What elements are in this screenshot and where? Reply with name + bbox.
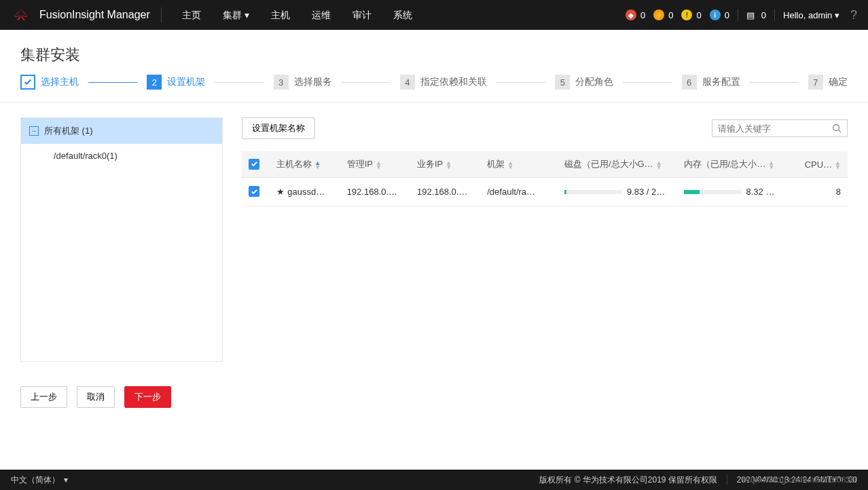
cell-disk: 9.83 / 2… (558, 178, 677, 206)
status-critical[interactable]: ◆0 (626, 10, 645, 20)
col-mgmt-ip-label: 管理IP (347, 159, 373, 169)
nav-audit[interactable]: 审计 (343, 0, 381, 30)
nav-hosts[interactable]: 主机 (261, 0, 300, 30)
step-2-num: 2 (147, 75, 162, 90)
cell-mem: 8.32 … (677, 178, 797, 206)
col-mgmt-ip[interactable]: 管理IP▲▼ (340, 151, 410, 178)
prev-button[interactable]: 上一步 (20, 386, 67, 408)
step-3-num: 3 (274, 75, 289, 90)
step-4[interactable]: 4指定依赖和关联 (400, 75, 487, 90)
chevron-down-icon: ▾ (245, 10, 249, 20)
step-7-num: 7 (808, 75, 823, 90)
col-cpu[interactable]: CPU…▲▼ (796, 151, 848, 178)
top-bar: FusionInsight Manager 主页 集群 ▾ 主机 运维 审计 系… (0, 0, 868, 30)
step-connector (88, 82, 137, 83)
sort-icon: ▲▼ (768, 161, 774, 169)
status-major-count: 0 (668, 10, 673, 20)
cell-svc-ip: 192.168.0.… (410, 178, 480, 206)
sort-icon: ▲▼ (446, 161, 452, 169)
sidebar-rack-item[interactable]: /default/rack0(1) (21, 144, 222, 168)
logo-wrap: FusionInsight Manager (11, 7, 162, 22)
status-minor-count: 0 (696, 10, 701, 20)
step-3-label: 选择服务 (294, 76, 332, 88)
nav-cluster-label: 集群 (223, 10, 242, 20)
step-6-label: 服务配置 (702, 76, 740, 88)
col-rack-label: 机架 (487, 159, 505, 169)
rack-sidebar: − 所有机架 (1) /default/rack0(1) (20, 117, 223, 362)
star-icon: ★ (276, 187, 285, 197)
step-connector (342, 82, 391, 83)
sort-icon: ▲▼ (835, 161, 841, 169)
step-6[interactable]: 6服务配置 (682, 75, 740, 90)
cell-mem-text: 8.32 … (746, 187, 775, 197)
main-panel: 设置机架名称 主机名称▲▼ 管理IP▲▼ 业务IP▲▼ 机架▲▼ 磁盘（已用/总… (242, 117, 848, 206)
step-3[interactable]: 3选择服务 (274, 75, 332, 90)
sidebar-all-racks[interactable]: − 所有机架 (1) (21, 118, 222, 144)
divider (738, 9, 738, 21)
step-connector (623, 82, 672, 83)
step-2[interactable]: 2 设置机架 (147, 75, 205, 90)
user-menu[interactable]: Hello, admin ▾ (783, 10, 839, 20)
sort-icon: ▲▼ (376, 161, 382, 169)
user-greeting: Hello, admin (783, 10, 832, 20)
nav-ops[interactable]: 运维 (302, 0, 340, 30)
product-name: FusionInsight Manager (39, 9, 150, 21)
task-count[interactable]: ▤0 (746, 10, 766, 20)
mem-usage-bar (684, 190, 741, 194)
col-mem[interactable]: 内存（已用/总大小…▲▼ (677, 151, 797, 178)
col-svc-ip[interactable]: 业务IP▲▼ (410, 151, 480, 178)
search-box[interactable] (712, 119, 848, 137)
step-connector (215, 82, 264, 83)
status-info-count: 0 (725, 10, 729, 20)
step-1[interactable]: 选择主机 (20, 75, 79, 90)
wizard-steps: 选择主机 2 设置机架 3选择服务 4指定依赖和关联 5分配角色 6服务配置 7… (0, 75, 868, 102)
col-mem-label: 内存（已用/总大小… (684, 159, 766, 169)
help-icon[interactable]: ? (850, 8, 857, 22)
step-1-check-icon (20, 75, 35, 90)
divider (774, 9, 775, 21)
cell-hostname: ★gaussd… (270, 178, 340, 206)
step-5-label: 分配角色 (575, 76, 613, 88)
step-5-num: 5 (555, 75, 570, 90)
sidebar-all-label: 所有机架 (1) (44, 125, 93, 137)
nav-system[interactable]: 系统 (384, 0, 422, 30)
nav-cluster[interactable]: 集群 ▾ (213, 0, 259, 30)
cell-mgmt-ip: 192.168.0.… (340, 178, 410, 206)
bolt-icon: ⚡ (653, 10, 664, 20)
cancel-button[interactable]: 取消 (77, 386, 115, 408)
wizard-actions: 上一步 取消 下一步 (0, 377, 868, 408)
table-row[interactable]: ★gaussd… 192.168.0.… 192.168.0.… /defaul… (242, 178, 848, 206)
col-svc-ip-label: 业务IP (417, 159, 443, 169)
status-info[interactable]: i0 (710, 10, 729, 20)
content-body: − 所有机架 (1) /default/rack0(1) 设置机架名称 主机名称… (0, 102, 868, 377)
step-7[interactable]: 7确定 (808, 75, 848, 90)
col-disk-label: 磁盘（已用/总大小G… (564, 159, 653, 169)
status-minor[interactable]: !0 (681, 10, 701, 20)
collapse-icon[interactable]: − (29, 126, 39, 136)
fire-icon: ◆ (626, 10, 636, 20)
step-5[interactable]: 5分配角色 (555, 75, 613, 90)
step-4-num: 4 (400, 75, 415, 90)
col-hostname-label: 主机名称 (276, 159, 312, 169)
nav-home[interactable]: 主页 (173, 0, 211, 30)
sort-icon: ▲▼ (656, 161, 662, 169)
step-1-label: 选择主机 (41, 76, 79, 88)
next-button[interactable]: 下一步 (124, 386, 171, 408)
col-disk[interactable]: 磁盘（已用/总大小G…▲▼ (558, 151, 677, 178)
cell-rack: /default/ra… (480, 178, 558, 206)
task-count-val: 0 (761, 10, 766, 20)
step-2-label: 设置机架 (167, 76, 205, 88)
step-connector (496, 82, 545, 83)
search-icon[interactable] (832, 123, 842, 134)
cell-disk-text: 9.83 / 2… (627, 187, 665, 197)
col-hostname[interactable]: 主机名称▲▼ (270, 151, 340, 178)
info-icon: i (710, 10, 721, 20)
set-rack-name-button[interactable]: 设置机架名称 (242, 117, 315, 139)
select-all-checkbox[interactable] (249, 159, 259, 170)
row-checkbox[interactable] (249, 186, 259, 197)
search-input[interactable] (718, 124, 832, 134)
col-rack[interactable]: 机架▲▼ (480, 151, 558, 178)
status-major[interactable]: ⚡0 (653, 10, 673, 20)
disk-usage-bar (564, 190, 621, 194)
cell-hostname-text: gaussd… (287, 187, 325, 197)
